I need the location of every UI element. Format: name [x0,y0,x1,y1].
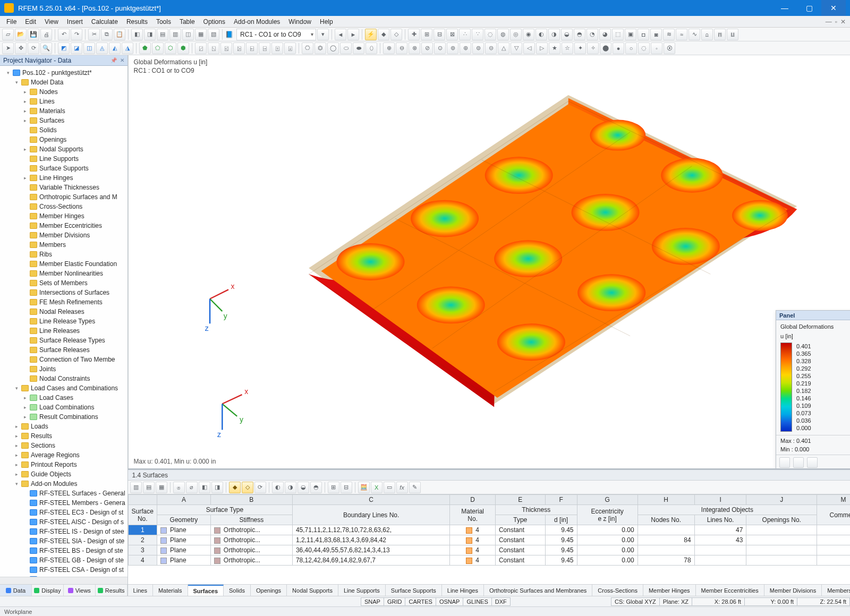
row-number[interactable]: 3 [128,545,157,555]
tb1-ag[interactable]: ⩍ [701,29,713,40]
tree-item[interactable]: RF-STEEL Members - Genera [0,498,128,508]
tree-item[interactable]: Solids [0,125,128,135]
tb2-e[interactable]: ◭ [109,42,121,54]
tree-item[interactable]: ▸Printout Reports [0,460,128,469]
tree-item[interactable]: RF-STEEL Surfaces - General [0,489,128,498]
table-header[interactable]: Thickness [495,505,577,515]
tb1-w[interactable]: ◓ [574,29,585,40]
tree-item[interactable]: RF-STEEL AISC - Design of s [0,517,128,527]
table-header[interactable]: Geometry [157,515,210,525]
tb2-v[interactable]: ⬭ [340,42,352,54]
mdi-restore-icon[interactable]: ▫ [835,18,837,25]
cell-comment[interactable] [817,525,850,535]
tree-item[interactable]: RF-STEEL CSA - Design of st [0,565,128,575]
table-row[interactable]: 1PlaneOrthotropic...45,71,11,2,1,12,78,1… [128,525,850,535]
tb1-q[interactable]: ◍ [497,29,509,40]
cell-thickness-type[interactable]: Constant [495,545,545,555]
tree-item[interactable]: Cross-Sections [0,202,128,211]
tb1-n[interactable]: ∴ [459,29,471,40]
cell-lines[interactable] [694,545,746,555]
tb2-al[interactable]: ★ [549,42,560,54]
tt-l[interactable]: ◑ [285,482,296,493]
col-letter[interactable]: G [577,495,638,505]
tree-item[interactable]: ▸Loads [0,422,128,431]
cell-boundary[interactable]: 1,2,11,41,83,68,13,4,3,69,84,42 [292,535,450,545]
tb1-b[interactable]: ◨ [144,29,156,40]
tree-item[interactable]: Intersections of Surfaces [0,288,128,297]
tb2-o[interactable]: ⍇ [246,42,258,54]
cell-thickness-d[interactable]: 9.45 [545,535,577,545]
cell-thickness-d[interactable]: 9.45 [545,555,577,566]
tree-item[interactable]: ▸Load Combinations [0,403,128,412]
cell-lines[interactable]: 43 [694,535,746,545]
nav-tab-data[interactable]: Data [0,585,32,596]
tb1-ac[interactable]: ◙ [650,29,662,40]
tb1-m[interactable]: ⊠ [446,29,458,40]
nav-tab-display[interactable]: Display [32,585,64,596]
menu-addon[interactable]: Add-on Modules [230,17,284,27]
cell-geometry[interactable]: Plane [157,545,210,555]
menu-results[interactable]: Results [122,17,152,27]
tree-item[interactable]: ▸Lines [0,97,128,106]
status-indicator[interactable]: CARTES [405,597,436,606]
cell-ecc[interactable]: 0.00 [577,555,638,566]
menu-calculate[interactable]: Calculate [87,17,122,27]
table-tab[interactable]: Member Divisions [764,585,822,596]
navigator-tree[interactable]: ▾Pos.102 - punktgestützt*▾Model Data▸Nod… [0,66,128,577]
tree-item[interactable]: ▾Load Cases and Combinations [0,383,128,393]
tt-p[interactable]: ⊟ [341,482,352,493]
save-icon[interactable]: 💾 [28,29,39,40]
table-header[interactable]: Stiffness [210,515,292,525]
panel-btn-1[interactable] [779,457,790,468]
tb2-af[interactable]: ⊜ [472,42,484,54]
tree-item[interactable]: ▸Guide Objects [0,469,128,479]
tree-item[interactable]: Variable Thicknesses [0,183,128,192]
tree-item[interactable]: ▸Line Hinges [0,173,128,183]
row-number[interactable]: 4 [128,555,157,566]
tb2-i[interactable]: ⬡ [165,42,176,54]
cell-openings[interactable] [746,555,817,566]
zoom-icon[interactable]: 🔍 [40,42,52,54]
tb2-l[interactable]: ⍂ [208,42,219,54]
table-header[interactable]: Lines No. [694,515,746,525]
tb2-n[interactable]: ⍄ [233,42,245,54]
table-tab[interactable]: Member Hinges [643,585,696,596]
cell-geometry[interactable]: Plane [157,535,210,545]
tree-item[interactable]: Ribs [0,250,128,259]
table-header[interactable]: MaterialNo. [450,505,495,525]
copy-icon[interactable]: ⧉ [101,29,113,40]
tb2-g[interactable]: ⬟ [139,42,151,54]
table-header[interactable]: Nodes No. [638,515,694,525]
tb2-ah[interactable]: △ [498,42,509,54]
cell-material[interactable]: 4 [450,545,495,555]
menu-table[interactable]: Table [175,17,199,27]
tb2-ad[interactable]: ⊚ [447,42,458,54]
tb2-h[interactable]: ⬠ [152,42,164,54]
table-tab[interactable]: Orthotropic Surfaces and Membranes [484,585,592,596]
tree-item[interactable]: Members [0,240,128,250]
cell-openings[interactable] [746,545,817,555]
tb1-ai[interactable]: ⩏ [727,29,738,40]
pan-icon[interactable]: ✥ [15,42,27,54]
tb2-k[interactable]: ⍁ [195,42,207,54]
table-tab[interactable]: Line Supports [338,585,386,596]
tb2-s[interactable]: ⎔ [302,42,313,54]
menu-insert[interactable]: Insert [63,17,87,27]
tb2-ac[interactable]: ⊙ [434,42,446,54]
cell-thickness-type[interactable]: Constant [495,525,545,535]
row-number[interactable]: 1 [128,525,157,535]
mdi-minimize-icon[interactable]: — [826,18,832,25]
table-grid[interactable]: ABCDEFGHIJMSurfaceNo.Surface TypeBoundar… [128,494,850,584]
tt-d[interactable]: ⍟ [173,482,185,493]
tree-item[interactable]: Member Nonlinearities [0,269,128,278]
tb2-aq[interactable]: ● [613,42,624,54]
menu-help[interactable]: Help [316,17,337,27]
tb1-a[interactable]: ◧ [131,29,143,40]
tb2-an[interactable]: ✦ [574,42,586,54]
tb1-z[interactable]: ⬚ [612,29,624,40]
tb1-l[interactable]: ⊟ [434,29,445,40]
tb2-ao[interactable]: ✧ [587,42,599,54]
tb1-k[interactable]: ⊞ [421,29,432,40]
tb1-ah[interactable]: ⩎ [714,29,726,40]
open-icon[interactable]: 📂 [15,29,27,40]
